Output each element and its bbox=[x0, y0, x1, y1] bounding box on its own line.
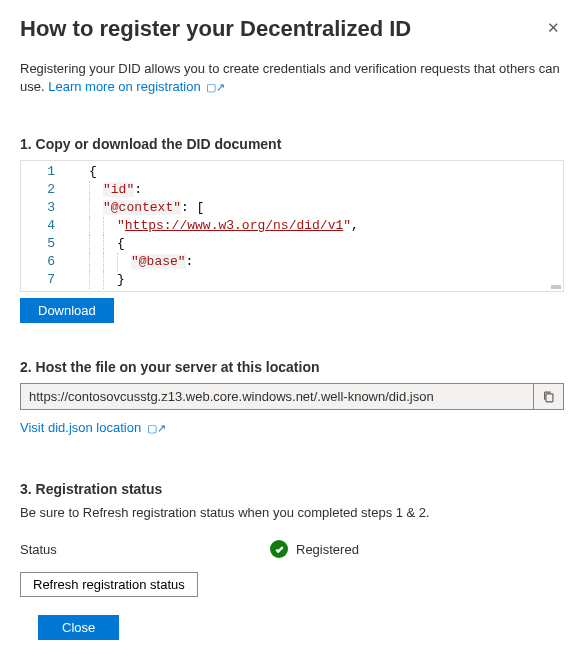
page-title: How to register your Decentralized ID bbox=[20, 16, 411, 42]
checkmark-icon bbox=[270, 540, 288, 558]
svg-rect-0 bbox=[545, 394, 552, 402]
visit-didjson-link[interactable]: Visit did.json location ▢↗ bbox=[20, 420, 166, 435]
external-link-icon: ▢↗ bbox=[206, 81, 225, 93]
intro-paragraph: Registering your DID allows you to creat… bbox=[20, 60, 564, 96]
learn-more-link[interactable]: Learn more on registration ▢↗ bbox=[48, 79, 225, 94]
step3-heading: 3. Registration status bbox=[20, 481, 564, 497]
external-link-icon: ▢↗ bbox=[147, 422, 166, 434]
step2-heading: 2. Host the file on your server at this … bbox=[20, 359, 564, 375]
code-line-numbers: 1234567 bbox=[21, 161, 73, 291]
did-document-code[interactable]: 1234567 { "id": "@context": [ "https://w… bbox=[20, 160, 564, 292]
step1-heading: 1. Copy or download the DID document bbox=[20, 136, 564, 152]
download-button[interactable]: Download bbox=[20, 298, 114, 323]
status-value: Registered bbox=[296, 542, 359, 557]
code-content: { "id": "@context": [ "https://www.w3.or… bbox=[73, 161, 563, 289]
code-scrollbar[interactable] bbox=[551, 285, 561, 289]
host-url-input[interactable] bbox=[20, 383, 534, 410]
refresh-status-button[interactable]: Refresh registration status bbox=[20, 572, 198, 597]
close-button[interactable]: Close bbox=[38, 615, 119, 640]
status-label: Status bbox=[20, 542, 270, 557]
close-icon[interactable]: ✕ bbox=[543, 16, 564, 39]
copy-url-button[interactable] bbox=[534, 383, 564, 410]
step3-description: Be sure to Refresh registration status w… bbox=[20, 505, 564, 520]
copy-icon bbox=[542, 390, 556, 404]
